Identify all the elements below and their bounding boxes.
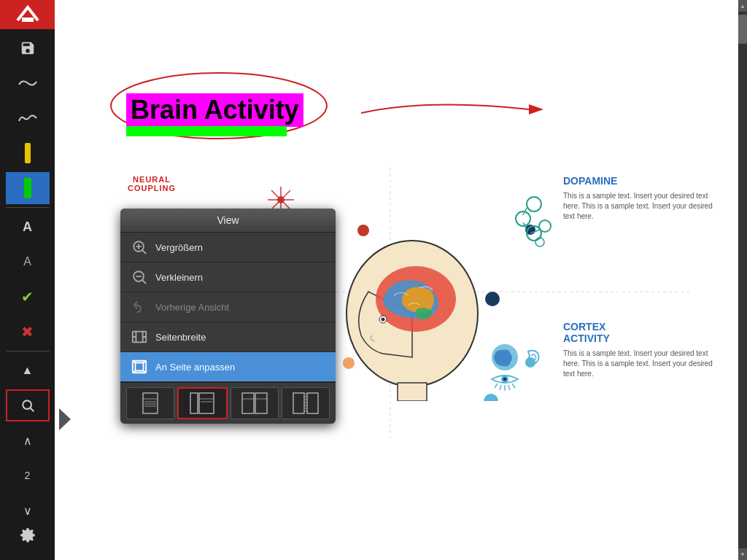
svg-point-29 (539, 220, 551, 232)
zoom-in-item[interactable]: Vergrößern (120, 233, 336, 262)
svg-point-23 (527, 197, 541, 211)
save-button[interactable] (6, 32, 50, 64)
wave-tool-button[interactable] (6, 67, 50, 99)
svg-point-17 (382, 318, 385, 322)
dopamine-body: This is a sample text. Insert your desir… (563, 191, 716, 222)
cortex-icons (483, 335, 556, 397)
layout-single-button[interactable] (126, 387, 174, 419)
zoom-in-label: Vergrößern (155, 242, 203, 253)
view-menu-popup: View Vergrößern Verk (120, 209, 336, 424)
red-arrow-annotation (354, 91, 558, 128)
scrollbar-arrow-up[interactable]: ▲ (738, 0, 747, 12)
svg-line-35 (500, 385, 501, 390)
svg-rect-68 (255, 393, 267, 413)
main-content: Brain Activity NEURAL COUPLING (55, 0, 738, 560)
prev-view-icon (131, 298, 148, 316)
svg-rect-64 (199, 393, 214, 413)
zoom-out-item[interactable]: Verkleinern (120, 262, 336, 292)
dopamine-section: DOPAMINE This is a sample text. Insert y… (563, 175, 716, 222)
molecule-illustration (483, 190, 556, 251)
chevron-up-button[interactable]: ∧ (6, 424, 50, 456)
scrollbar-arrow-down[interactable]: ▼ (738, 548, 747, 560)
svg-line-41 (142, 250, 147, 254)
up-arrow-icon: ▲ (22, 364, 34, 377)
highlight-tool-button[interactable] (6, 137, 50, 169)
layout-two-pages-button[interactable] (231, 387, 279, 419)
page-num-label: 2 (25, 470, 31, 481)
zoom-out-icon (131, 268, 148, 286)
marker-tool-button[interactable] (6, 172, 50, 204)
dot-dark-red (357, 225, 369, 236)
svg-marker-3 (59, 408, 71, 430)
svg-rect-67 (242, 393, 254, 413)
divider-2 (6, 351, 50, 351)
sidebar: A A ✔ ✖ ▲ ∧ 2 ∨ (0, 0, 55, 560)
svg-point-1 (23, 400, 31, 409)
svg-rect-63 (190, 393, 198, 413)
scroll-up-button[interactable]: ▲ (6, 354, 50, 386)
text-a-icon: A (23, 219, 32, 235)
svg-line-2 (30, 408, 34, 412)
svg-point-20 (485, 292, 500, 306)
svg-rect-53 (136, 363, 144, 371)
fit-page-label: An Seite anpassen (155, 362, 235, 373)
fit-page-item[interactable]: An Seite anpassen (120, 352, 336, 382)
chevron-up-icon: ∧ (23, 434, 32, 448)
svg-line-37 (508, 385, 510, 390)
zoom-in-icon (131, 238, 148, 256)
neural-coupling-title: NEURAL COUPLING (128, 175, 176, 192)
text-style-1-button[interactable]: A (6, 211, 50, 243)
svg-point-12 (277, 196, 285, 203)
cortex-section: CORTEX ACTIVITY This is a sample text. I… (563, 321, 716, 379)
page-width-icon (131, 328, 148, 346)
app-logo (0, 0, 55, 29)
svg-line-45 (142, 280, 147, 284)
page-number: 2 (6, 459, 50, 491)
view-menu-header: View (120, 209, 336, 233)
prev-view-label: Vorherige Ansicht (155, 302, 229, 313)
svg-rect-0 (22, 18, 34, 22)
fit-page-icon (131, 358, 148, 376)
svg-line-38 (495, 384, 498, 388)
scrollbar: ▲ ▼ (738, 0, 747, 560)
close-icon: ✖ (21, 323, 34, 341)
zoom-out-label: Verkleinern (155, 272, 203, 283)
svg-rect-58 (143, 393, 158, 413)
svg-point-24 (516, 211, 530, 226)
prev-view-item: Vorherige Ansicht (120, 292, 336, 322)
divider-1 (6, 207, 50, 208)
cortex-title: CORTEX ACTIVITY (563, 321, 716, 344)
svg-marker-7 (529, 104, 543, 114)
svg-rect-71 (293, 393, 304, 413)
layout-panel-button[interactable] (177, 387, 227, 419)
svg-point-34 (503, 378, 507, 381)
squiggle-tool-button[interactable] (6, 102, 50, 134)
text-a2-icon: A (23, 255, 31, 268)
chevron-down-icon: ∨ (23, 504, 32, 518)
check-button[interactable]: ✔ (6, 281, 50, 313)
search-button[interactable] (6, 389, 50, 421)
sidebar-arrow (59, 408, 71, 433)
text-style-2-button[interactable]: A (6, 246, 50, 278)
svg-rect-72 (307, 393, 318, 413)
dopamine-title: DOPAMINE (563, 175, 716, 187)
svg-line-39 (512, 384, 515, 388)
layout-book-button[interactable] (282, 387, 330, 419)
page-width-label: Seitenbreite (155, 332, 206, 343)
view-layout-buttons (120, 382, 336, 424)
neural-coupling-section: NEURAL COUPLING (128, 175, 176, 192)
check-icon: ✔ (21, 288, 34, 306)
brain-title-underline (126, 126, 287, 136)
dot-orange (343, 357, 355, 369)
page-width-item[interactable]: Seitenbreite (120, 322, 336, 352)
cortex-body: This is a sample text. Insert your desir… (563, 349, 716, 379)
scrollbar-thumb[interactable] (738, 15, 747, 44)
close-button[interactable]: ✖ (6, 316, 50, 348)
settings-button[interactable] (6, 519, 50, 551)
svg-line-28 (530, 230, 540, 233)
svg-rect-15 (398, 383, 427, 401)
brain-title-text: Brain Activity (126, 93, 303, 127)
